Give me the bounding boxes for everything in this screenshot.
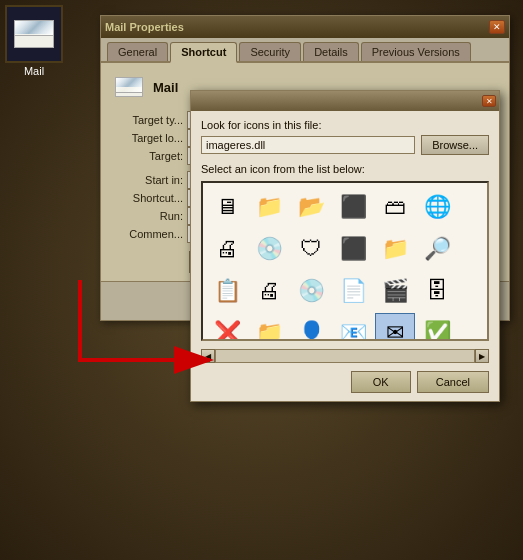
disc-icon[interactable]: 💿 [291, 271, 331, 311]
card-index-icon[interactable]: 🗃 [375, 187, 415, 227]
run-label: Run: [113, 210, 183, 222]
document-icon[interactable]: 📄 [333, 271, 373, 311]
user-folder-icon[interactable]: 👤 [291, 313, 331, 341]
app-envelope-icon [115, 77, 143, 97]
app-name-text: Mail [153, 80, 178, 95]
globe-icon[interactable]: 🌐 [417, 187, 457, 227]
icon-scroll-left[interactable]: ◀ [201, 349, 215, 363]
check-icon[interactable]: ✅ [417, 313, 457, 341]
mail-icon-box [5, 5, 63, 63]
folder2-icon[interactable]: 📁 [375, 229, 415, 269]
dialog-title: Mail Properties [105, 21, 184, 33]
icon-grid: 🖥📁📂⬛🗃🌐🖨💿🛡⬛📁🔎📋🖨💿📄🎬🗄❌📁👤📧✉✅🖨💾⊞ [203, 183, 487, 341]
icon-dialog-titlebar: ✕ [191, 91, 499, 111]
printer2-icon[interactable]: 🖨 [249, 271, 289, 311]
icon-grid-container[interactable]: 🖥📁📂⬛🗃🌐🖨💿🛡⬛📁🔎📋🖨💿📄🎬🗄❌📁👤📧✉✅🖨💾⊞ [201, 181, 489, 341]
mail-label: Mail [24, 65, 44, 77]
details-icon[interactable]: 📋 [207, 271, 247, 311]
folder-open-icon[interactable]: 📂 [291, 187, 331, 227]
cd-icon[interactable]: 💿 [249, 229, 289, 269]
mail-envelope-icon [14, 20, 54, 48]
icon-file-input[interactable] [201, 136, 415, 154]
monitor-icon[interactable]: 🖥 [207, 187, 247, 227]
icon-ok-button[interactable]: OK [351, 371, 411, 393]
browse-button[interactable]: Browse... [421, 135, 489, 155]
tab-shortcut[interactable]: Shortcut [170, 42, 237, 63]
icon-dialog-close-button[interactable]: ✕ [482, 95, 496, 107]
icon-cancel-button[interactable]: Cancel [417, 371, 489, 393]
tabs-bar: General Shortcut Security Details Previo… [101, 38, 509, 63]
folder-icon[interactable]: 📁 [249, 187, 289, 227]
icon-dialog-body: Look for icons in this file: Browse... S… [191, 111, 499, 401]
app-icon-small [113, 71, 145, 103]
icon-scrollbar-row: ◀ ▶ [201, 349, 489, 363]
mail-icon-area: Mail [5, 5, 63, 77]
comment-label: Commen... [113, 228, 183, 240]
shield-icon[interactable]: 🛡 [291, 229, 331, 269]
icon-dialog-buttons: OK Cancel [201, 371, 489, 393]
search-folder-icon[interactable]: 🔎 [417, 229, 457, 269]
folder3-icon[interactable]: 📁 [249, 313, 289, 341]
tab-previous-versions[interactable]: Previous Versions [361, 42, 471, 61]
dialog-close-button[interactable]: ✕ [489, 20, 505, 34]
target-type-label: Target ty... [113, 114, 183, 126]
icon-file-row: Browse... [201, 135, 489, 155]
icon-dialog: ✕ Look for icons in this file: Browse...… [190, 90, 500, 402]
shortcut-label: Shortcut... [113, 192, 183, 204]
icon-file-label: Look for icons in this file: [201, 119, 489, 131]
tab-general[interactable]: General [107, 42, 168, 61]
start-in-label: Start in: [113, 174, 183, 186]
icon-scroll-right[interactable]: ▶ [475, 349, 489, 363]
black-box-icon[interactable]: ⬛ [333, 229, 373, 269]
dialog-titlebar: Mail Properties ✕ [101, 16, 509, 38]
cabinet-icon[interactable]: 🗄 [417, 271, 457, 311]
icon-scrollbar-track[interactable] [215, 349, 475, 363]
tab-details[interactable]: Details [303, 42, 359, 61]
target-label: Target: [113, 150, 183, 162]
icon-select-label: Select an icon from the list below: [201, 163, 489, 175]
error-icon[interactable]: ❌ [207, 313, 247, 341]
black-square-icon[interactable]: ⬛ [333, 187, 373, 227]
printer-icon[interactable]: 🖨 [207, 229, 247, 269]
mail-icon[interactable]: 📧 [333, 313, 373, 341]
film-icon[interactable]: 🎬 [375, 271, 415, 311]
target-location-label: Target lo... [113, 132, 183, 144]
tab-security[interactable]: Security [239, 42, 301, 61]
envelope-icon[interactable]: ✉ [375, 313, 415, 341]
